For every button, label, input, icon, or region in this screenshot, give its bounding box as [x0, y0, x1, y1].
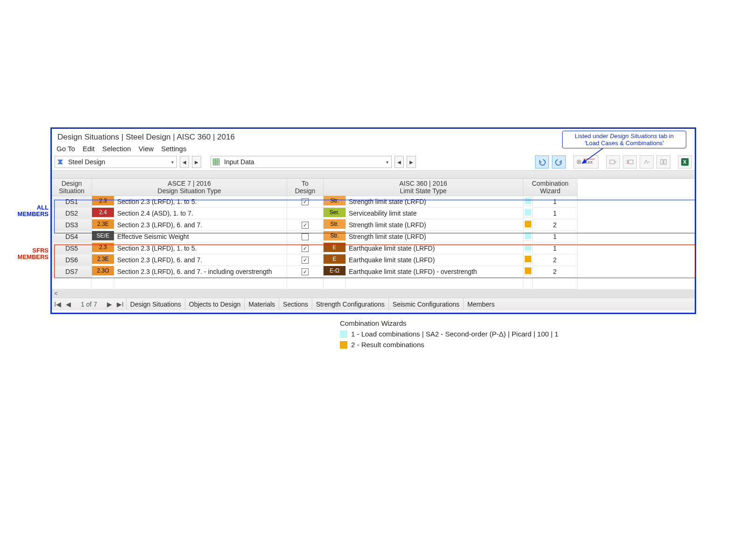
tab-materials[interactable]: Materials — [244, 298, 279, 310]
data-grid: DesignSituation ASCE 7 | 2016Design Situ… — [52, 179, 695, 289]
code-badge: 2.4 — [92, 208, 114, 217]
tool-a-button[interactable] — [606, 155, 620, 168]
limit-state-text[interactable]: Serviceability limit state — [346, 208, 523, 219]
menu-selection[interactable]: Selection — [102, 145, 131, 153]
code-badge: 2.3 — [92, 196, 114, 206]
nav-first-button[interactable]: I◀ — [52, 301, 63, 308]
svg-text:x.xx: x.xx — [584, 159, 593, 165]
to-design-checkbox[interactable]: ✓ — [287, 196, 324, 208]
limit-state-text[interactable]: Strength limit state (LRFD) — [346, 196, 523, 208]
col-design-situation[interactable]: DesignSituation — [52, 179, 92, 196]
svg-point-4 — [578, 161, 580, 163]
situation-desc[interactable]: Section 2.3 (LRFD), 6. and 7. - includin… — [114, 266, 287, 278]
view-dropdown[interactable]: Input Data ▾ — [211, 156, 392, 168]
wizard-swatch — [523, 266, 533, 276]
row-header[interactable]: DS5 — [52, 243, 92, 254]
wizard-number[interactable]: 2 — [533, 266, 578, 278]
chevron-down-icon: ▾ — [383, 160, 391, 165]
horizontal-scrollbar[interactable]: < — [52, 289, 695, 298]
limit-state-text[interactable]: Earthquake limit state (LRFD) — [346, 254, 523, 266]
nav-next-row-button[interactable]: ▶ — [105, 301, 114, 308]
to-design-checkbox[interactable] — [287, 231, 324, 243]
row-header[interactable]: DS2 — [52, 208, 92, 219]
col-to-design[interactable]: ToDesign — [287, 179, 324, 196]
annotation-all-members: ALL MEMBERS — [5, 204, 49, 217]
situation-desc[interactable]: Section 2.4 (ASD), 1. to 7. — [114, 208, 287, 219]
wizard-number[interactable]: 1 — [533, 243, 578, 254]
tab-design-situations[interactable]: Design Situations — [126, 298, 185, 310]
tool-b-button[interactable] — [623, 155, 637, 168]
table-icon — [211, 158, 221, 166]
situation-desc[interactable]: Section 2.3 (LRFD), 1. to 5. — [114, 196, 287, 208]
to-design-checkbox[interactable]: ✓ — [287, 266, 324, 278]
app-window: Listed under Design Situations tab in'Lo… — [50, 127, 696, 314]
menu-settings[interactable]: Settings — [161, 145, 186, 153]
row-header[interactable]: DS1 — [52, 196, 92, 208]
menu-goto[interactable]: Go To — [56, 145, 75, 153]
tool-d-button[interactable] — [656, 155, 670, 168]
situation-desc[interactable]: Section 2.3 (LRFD), 6. and 7. — [114, 219, 287, 231]
row-header[interactable]: DS3 — [52, 219, 92, 231]
limit-state-text[interactable]: Earthquake limit state (LRFD) - overstre… — [346, 266, 523, 278]
nav-next-button[interactable]: ▶ — [192, 156, 201, 168]
row-header[interactable]: DS4 — [52, 231, 92, 243]
tool-precision-button[interactable]: x.xx — [573, 155, 599, 168]
chevron-down-icon: ▾ — [168, 160, 176, 165]
wizard-number[interactable]: 1 — [533, 208, 578, 219]
limit-state-text[interactable]: Strength limit state (LRFD) — [346, 231, 523, 243]
annotation-sfrs-members: SFRS MEMBERS — [5, 247, 49, 260]
nav-prev2-button[interactable]: ◀ — [395, 156, 404, 168]
to-design-checkbox — [287, 208, 324, 219]
tool-redo-button[interactable] — [552, 155, 566, 168]
wizard-number[interactable]: 2 — [533, 219, 578, 231]
wizard-swatch — [523, 219, 533, 229]
tool-excel-button[interactable]: X — [678, 155, 692, 168]
wizard-number[interactable]: 1 — [533, 231, 578, 243]
col-limit-state[interactable]: AISC 360 | 2016Limit State Type — [324, 179, 523, 196]
module-dropdown[interactable]: Steel Design ▾ — [55, 156, 177, 168]
nav-prev-button[interactable]: ◀ — [180, 156, 189, 168]
col-combo-wizard[interactable]: CombinationWizard — [523, 179, 578, 196]
to-design-checkbox[interactable]: ✓ — [287, 254, 324, 266]
empty-cell — [324, 278, 346, 289]
limit-state-text[interactable]: Earthquake limit state (LRFD) — [346, 243, 523, 254]
to-design-checkbox[interactable]: ✓ — [287, 219, 324, 231]
situation-desc[interactable]: Section 2.3 (LRFD), 1. to 5. — [114, 243, 287, 254]
tab-seismic[interactable]: Seismic Configurations — [388, 298, 463, 310]
nav-last-button[interactable]: ▶I — [114, 301, 126, 308]
limit-state-text[interactable]: Strength limit state (LRFD) — [346, 219, 523, 231]
to-design-checkbox[interactable]: ✓ — [287, 243, 324, 254]
situation-desc[interactable]: Effective Seismic Weight — [114, 231, 287, 243]
menu-view[interactable]: View — [139, 145, 154, 153]
wizard-swatch — [523, 231, 533, 241]
legend-swatch-2 — [340, 341, 347, 349]
situation-desc[interactable]: Section 2.3 (LRFD), 6. and 7. — [114, 254, 287, 266]
tab-members[interactable]: Members — [463, 298, 498, 310]
tool-undo-button[interactable] — [535, 155, 549, 168]
wizard-swatch — [523, 243, 533, 252]
legend: Combination Wizards 1 - Load combination… — [340, 319, 558, 349]
tab-objects[interactable]: Objects to Design — [185, 298, 245, 310]
bottom-tab-bar: I◀ ◀ 1 of 7 ▶ ▶I Design Situations Objec… — [52, 298, 695, 310]
toolbar: Steel Design ▾ ◀ ▶ Input Data ▾ ◀ ▶ x.xx… — [52, 155, 695, 170]
row-header[interactable]: DS7 — [52, 266, 92, 278]
empty-cell — [92, 278, 114, 289]
nav-next2-button[interactable]: ▶ — [407, 156, 416, 168]
wizard-number[interactable]: 2 — [533, 254, 578, 266]
tab-strength[interactable]: Strength Configurations — [312, 298, 388, 310]
tab-sections[interactable]: Sections — [279, 298, 312, 310]
wizard-number[interactable]: 1 — [533, 196, 578, 208]
tool-c-button[interactable] — [640, 155, 654, 168]
limit-state-badge: Str. — [324, 196, 346, 206]
callout-note: Listed under Design Situations tab in'Lo… — [562, 131, 686, 148]
row-header[interactable]: DS6 — [52, 254, 92, 266]
col-situation-type[interactable]: ASCE 7 | 2016Design Situation Type — [92, 179, 287, 196]
column-header-strip — [52, 170, 695, 179]
nav-prev-row-button[interactable]: ◀ — [63, 301, 73, 308]
empty-cell — [52, 278, 92, 289]
limit-state-badge: Str. — [324, 219, 346, 229]
limit-state-badge: E-Ω — [324, 266, 346, 276]
code-badge: 2.3O — [92, 266, 114, 276]
svg-rect-9 — [664, 160, 666, 164]
menu-edit[interactable]: Edit — [83, 145, 95, 153]
